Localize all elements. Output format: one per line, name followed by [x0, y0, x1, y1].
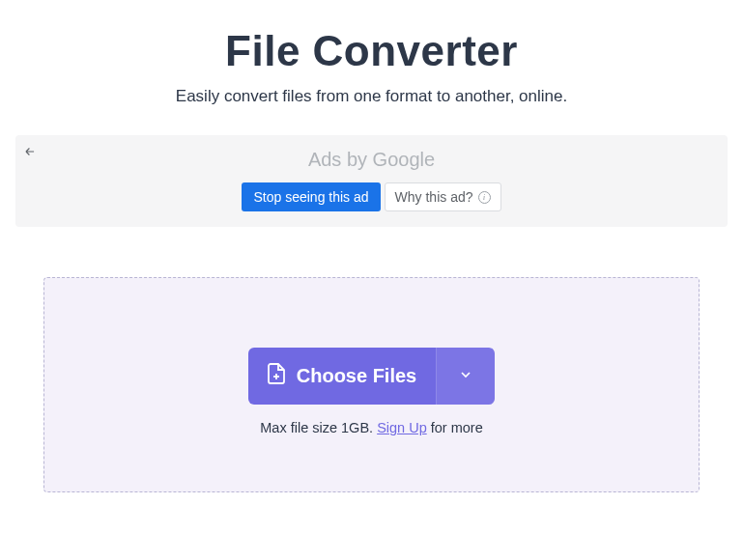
ads-by-label: Ads by Google [15, 149, 728, 171]
ad-buttons-row: Stop seeing this ad Why this ad? i [15, 182, 728, 211]
page-subtitle: Easily convert files from one format to … [0, 87, 743, 106]
page-title: File Converter [0, 27, 743, 75]
ad-banner: Ads by Google Stop seeing this ad Why th… [15, 135, 728, 227]
back-arrow-icon[interactable] [23, 145, 37, 161]
signup-link[interactable]: Sign Up [377, 420, 427, 435]
upload-card: Choose Files Max file size 1GB. Sign Up … [14, 248, 729, 521]
file-add-icon [268, 363, 285, 389]
choose-files-group: Choose Files [248, 348, 495, 405]
ads-by-prefix: Ads by [308, 149, 373, 170]
choose-files-label: Choose Files [297, 365, 416, 387]
why-ad-label: Why this ad? [395, 189, 473, 205]
info-icon: i [478, 191, 491, 204]
stop-seeing-ad-button[interactable]: Stop seeing this ad [242, 182, 380, 211]
file-dropzone[interactable]: Choose Files Max file size 1GB. Sign Up … [43, 277, 700, 492]
max-file-size-text: Max file size 1GB. Sign Up for more [260, 420, 482, 435]
max-size-suffix: for more [427, 420, 483, 435]
why-this-ad-button[interactable]: Why this ad? i [385, 182, 501, 211]
max-size-prefix: Max file size 1GB. [260, 420, 377, 435]
choose-files-dropdown-button[interactable] [436, 348, 495, 405]
choose-files-button[interactable]: Choose Files [248, 348, 436, 405]
chevron-down-icon [458, 367, 473, 385]
ads-by-brand: Google [373, 149, 436, 170]
